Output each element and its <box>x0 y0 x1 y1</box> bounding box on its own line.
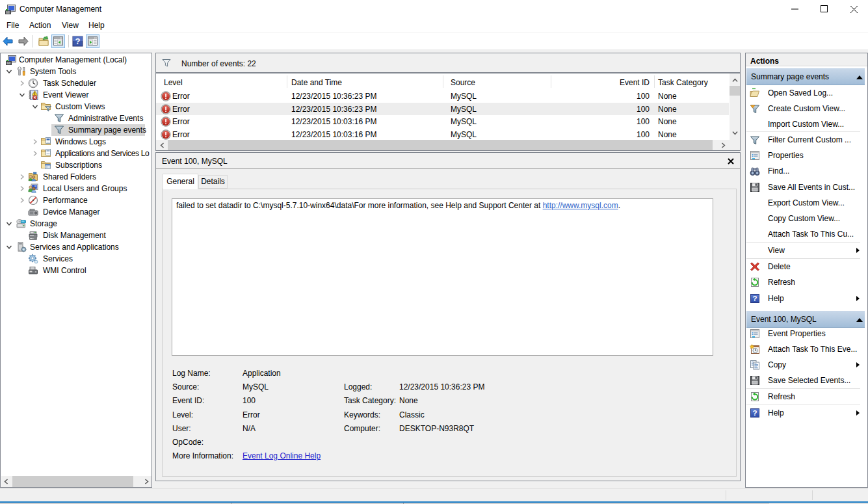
svg-text:?: ? <box>752 409 757 417</box>
svg-text:?: ? <box>75 36 81 46</box>
svg-text:?: ? <box>752 295 757 302</box>
